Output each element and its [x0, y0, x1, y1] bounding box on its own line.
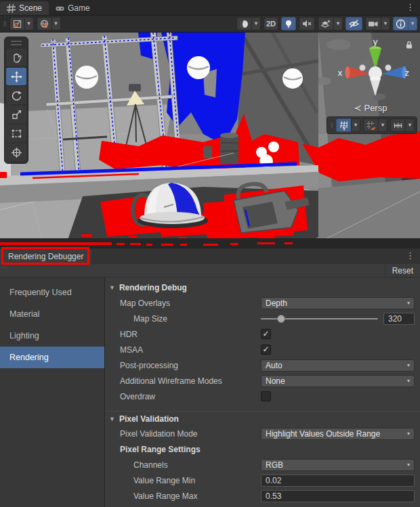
- snap-increment-dropdown[interactable]: ▾: [405, 118, 415, 132]
- scale-tool-button[interactable]: [6, 106, 26, 123]
- pan-tool-button[interactable]: [6, 49, 26, 66]
- map-size-slider[interactable]: [261, 313, 378, 325]
- map-size-value-field[interactable]: 320: [383, 313, 415, 325]
- toolbar-drag-handle[interactable]: ‖: [3, 20, 7, 28]
- grid-visibility-button[interactable]: Y: [336, 118, 351, 132]
- effects-dropdown[interactable]: ▾: [333, 17, 343, 30]
- scene-grid-icon: [7, 4, 16, 13]
- debugger-menu-kebab-icon[interactable]: ⋮: [406, 250, 415, 261]
- chevron-down-icon: ▾: [407, 301, 410, 306]
- section-pixel-validation[interactable]: ▼ Pixel Validation: [105, 411, 420, 426]
- sidebar-item-rendering[interactable]: Rendering: [0, 347, 104, 368]
- view-tabbar: Scene Game ⋮: [0, 0, 420, 15]
- row-value-range-max: Value Range Max 0.53: [105, 488, 420, 504]
- grid-snap-overlay: ‖ Y ▾ ▾ ▾: [327, 116, 417, 134]
- rendering-debugger-title: Rendering Debugger: [8, 252, 83, 261]
- move-tool-button[interactable]: [6, 68, 26, 85]
- camera-dropdown[interactable]: ▾: [381, 17, 390, 30]
- shading-mode-group: ▾: [236, 17, 261, 30]
- sidebar-item-lighting[interactable]: Lighting: [0, 325, 104, 347]
- gizmos-dropdown[interactable]: ▾: [408, 17, 417, 30]
- svg-text:Y: Y: [342, 125, 345, 131]
- rendering-debugger-tabbar: Rendering Debugger ⋮: [0, 248, 420, 264]
- axis-x-label: x: [338, 68, 343, 78]
- gizmos-info-icon: [396, 19, 406, 29]
- chevron-down-icon: ▾: [411, 21, 414, 26]
- scene-menu-kebab-icon[interactable]: ⋮: [406, 1, 415, 14]
- slider-knob[interactable]: [277, 315, 285, 323]
- hdr-checkbox[interactable]: ✓: [261, 329, 271, 339]
- globe-icon: [39, 19, 49, 29]
- transform-icon: [11, 147, 22, 158]
- row-map-overlays: Map Overlays Depth▾: [105, 295, 420, 311]
- debugger-toolbar: Reset: [0, 264, 420, 278]
- overlay-drag-handle[interactable]: [11, 41, 22, 45]
- row-msaa: MSAA ✓: [105, 342, 420, 357]
- tab-scene[interactable]: Scene: [0, 1, 49, 15]
- pixel-validation-mode-dropdown[interactable]: Highlight Values Outside Range▾: [261, 428, 415, 440]
- 2d-label: 2D: [266, 20, 276, 28]
- sidebar-item-material[interactable]: Material: [0, 303, 104, 325]
- camera-icon: [368, 20, 379, 28]
- grid-snapping-dropdown[interactable]: ▾: [378, 118, 387, 132]
- overdraw-checkbox[interactable]: [261, 391, 271, 401]
- global-orientation-dropdown[interactable]: ▾: [51, 17, 61, 30]
- pivot-mode-dropdown[interactable]: ▾: [24, 17, 34, 30]
- value-range-max-field[interactable]: 0.53: [261, 490, 415, 502]
- row-pixel-range-settings: Pixel Range Settings: [105, 441, 420, 457]
- rotate-icon: [11, 90, 22, 102]
- wireframe-modes-dropdown[interactable]: None▾: [261, 375, 415, 387]
- scene-toolbar: ‖ ▾ ▾ ▾ 2D: [0, 15, 420, 32]
- scene-camera-button[interactable]: [365, 17, 381, 30]
- scene-visibility-toggle[interactable]: [345, 17, 362, 30]
- gizmos-group: ▾: [393, 17, 417, 30]
- chevron-down-icon: ▾: [28, 21, 30, 26]
- chevron-down-icon: ▾: [407, 378, 410, 384]
- persp-chevron-icon: ≺: [354, 103, 362, 113]
- rotate-tool-button[interactable]: [6, 87, 26, 104]
- chevron-down-icon: ▾: [408, 123, 411, 128]
- audio-muted-icon: [301, 19, 312, 28]
- map-overlays-dropdown[interactable]: Depth▾: [261, 297, 415, 309]
- chevron-down-icon: ▾: [407, 363, 410, 368]
- post-processing-dropdown[interactable]: Auto▾: [261, 359, 415, 372]
- section-rendering-debug[interactable]: ▼ Rendering Debug: [105, 280, 420, 295]
- global-orientation-button[interactable]: [37, 17, 51, 30]
- check-icon: ✓: [262, 329, 269, 338]
- chevron-down-icon: ▾: [354, 123, 357, 128]
- pivot-mode-button[interactable]: [9, 17, 24, 30]
- scene-audio-toggle[interactable]: [299, 17, 315, 30]
- scene-effects-toggle[interactable]: [318, 17, 333, 30]
- snap-increment-button[interactable]: [390, 118, 405, 132]
- grid-y-icon: Y: [339, 120, 349, 131]
- eye-hidden-icon: [348, 19, 360, 28]
- effects-group: ▾: [318, 17, 343, 30]
- gridbar-drag-handle[interactable]: ‖: [329, 121, 333, 129]
- unity-editor-window: Scene Game ⋮ ‖ ▾ ▾ ▾: [0, 0, 420, 507]
- tab-game-label: Game: [68, 3, 90, 13]
- msaa-checkbox[interactable]: ✓: [261, 345, 271, 355]
- pivot-icon: [12, 19, 22, 29]
- value-range-min-field[interactable]: 0.02: [261, 475, 415, 487]
- scene-lighting-toggle[interactable]: [281, 17, 296, 30]
- reset-button[interactable]: Reset: [385, 264, 420, 277]
- transform-tool-button[interactable]: [6, 144, 26, 161]
- channels-dropdown[interactable]: RGB▾: [261, 459, 415, 471]
- scene-viewport[interactable]: y x z ≺ Persp: [0, 32, 420, 248]
- 2d-toggle-button[interactable]: 2D: [264, 17, 278, 30]
- rect-tool-button[interactable]: [6, 125, 26, 142]
- grid-snapping-button[interactable]: [363, 118, 378, 132]
- shading-mode-dropdown[interactable]: ▾: [251, 17, 261, 30]
- orientation-gizmo[interactable]: y x z ≺ Persp: [331, 37, 411, 113]
- shading-mode-button[interactable]: [236, 17, 251, 30]
- row-pixel-validation-mode: Pixel Validation Mode Highlight Values O…: [105, 426, 420, 441]
- grid-visibility-dropdown[interactable]: ▾: [351, 118, 360, 132]
- tab-game[interactable]: Game: [49, 1, 97, 15]
- gizmos-toggle[interactable]: [393, 17, 408, 30]
- projection-mode-label[interactable]: ≺ Persp: [331, 103, 411, 113]
- camera-group: ▾: [365, 17, 390, 30]
- rendering-debugger-tab[interactable]: Rendering Debugger: [0, 249, 91, 264]
- sidebar-item-frequently-used[interactable]: Frequently Used: [0, 282, 104, 303]
- lock-icon[interactable]: [405, 41, 413, 49]
- light-bulb-icon: [284, 19, 293, 29]
